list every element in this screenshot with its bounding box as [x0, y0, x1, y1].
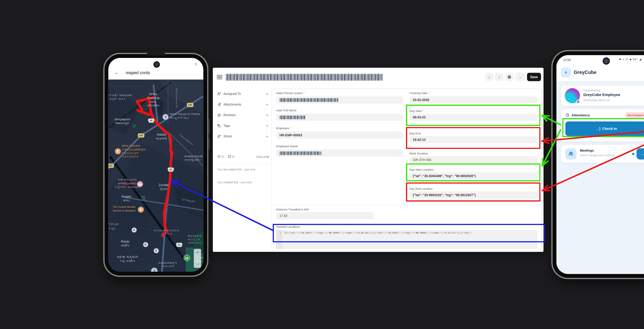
section-divider	[272, 205, 541, 205]
map-screen-title: maped cords	[126, 70, 150, 75]
created-text: You created this · just now	[217, 180, 269, 184]
app-header: GreyCube	[556, 65, 644, 81]
annotation-box-day-end-location	[406, 183, 540, 202]
sort-arrows-icon: ⇅	[194, 62, 197, 66]
next-record-button[interactable]: ›	[495, 73, 504, 81]
meetings-arrow-button[interactable]: →	[636, 148, 644, 159]
annotation-box-day-start-location	[406, 163, 540, 181]
menu-icon[interactable]	[217, 75, 222, 79]
sales-person-label: Sales Person (User) *	[276, 91, 304, 95]
meetings-subtitle: View & manage your meetings	[580, 154, 614, 157]
poi-icon[interactable]	[154, 249, 158, 253]
divider	[195, 258, 200, 259]
tracking-date-input[interactable]: 25-03-2026	[410, 96, 538, 104]
volume-button[interactable]	[208, 118, 210, 134]
sidebar-item[interactable]: Reviews +	[217, 110, 269, 120]
poi-icon[interactable]	[132, 228, 136, 232]
attendance-title: Attendance	[572, 113, 590, 117]
like-icon[interactable]	[217, 155, 221, 158]
distance-input[interactable]: 17.62	[276, 212, 374, 220]
poi-icon[interactable]	[152, 268, 157, 272]
annotation-box-check-in	[562, 118, 644, 137]
poi-icon[interactable]	[138, 182, 142, 187]
like-count: 0	[222, 155, 224, 158]
sidebar-item-icon	[217, 124, 221, 127]
attendance-status-badge: Not Checked In	[625, 112, 644, 118]
user-name: GreyCube Employee	[583, 93, 620, 97]
app-logo	[561, 67, 571, 77]
sidebar-item[interactable]: Assigned To +	[217, 88, 269, 99]
status-icons: ✱ ◑ ☏ ◆ 5G⁺ ◢	[619, 58, 642, 61]
poi-icon[interactable]	[138, 207, 143, 212]
meetings-card[interactable]: Meetings View & manage your meetings →	[561, 145, 644, 163]
sidebar-item-label: Reviews	[224, 113, 236, 117]
greeting-text: Good Morning	[583, 89, 600, 92]
map-app-bar: ⇅ ← maped cords	[108, 58, 203, 79]
annotation-box-day-start	[406, 105, 540, 126]
comment-count: 0	[232, 155, 234, 158]
sidebar-item[interactable]: Share +	[217, 131, 269, 142]
sidebar-item-icon	[217, 103, 221, 106]
meetings-title: Meetings	[580, 149, 594, 152]
follow-button[interactable]: FOLLOW	[256, 155, 269, 158]
clock-icon	[566, 113, 570, 117]
date-text: Wednesday, March 25	[583, 98, 610, 102]
meetings-icon	[566, 148, 577, 159]
work-duration-label: Work Duration	[410, 152, 428, 155]
lightning-icon	[563, 70, 568, 75]
power-button[interactable]	[208, 138, 210, 149]
user-full-name-input[interactable]	[276, 114, 403, 121]
sidebar-item-label: Tags	[224, 124, 230, 127]
work-duration-input[interactable]: 10h 37m 50s	[410, 156, 538, 163]
print-button[interactable]	[505, 73, 514, 81]
prev-record-button[interactable]: ‹	[485, 73, 494, 81]
social-row: 0 · 0 FOLLOW	[217, 155, 269, 158]
sidebar-item[interactable]: Attachments +	[217, 99, 269, 110]
clock-text: 10:00	[563, 58, 571, 61]
profile-card: Good Morning GreyCube Employee Wednesday…	[561, 86, 644, 106]
sidebar-item-icon	[217, 113, 221, 117]
dot-separator: ·	[225, 155, 226, 158]
map-phone-screen: ⇅ ← maped cords	[108, 58, 203, 272]
app-body: Good Morning GreyCube Employee Wednesday…	[556, 81, 644, 274]
add-icon[interactable]: +	[266, 113, 268, 117]
camera-punch-hole	[603, 57, 610, 65]
sidebar-item-label: Assigned To	[224, 92, 241, 95]
form-sidebar: Assigned To + Attachments + Reviews +	[217, 88, 269, 142]
employee-input[interactable]: HR-EMP-00063	[276, 132, 403, 139]
save-button[interactable]: Save	[527, 73, 541, 81]
map-zoom-control: + −	[194, 249, 201, 268]
add-icon[interactable]: +	[266, 124, 268, 128]
employee-name-input[interactable]	[276, 149, 403, 157]
distance-label: Distance Travelled in KM	[276, 208, 309, 211]
annotation-box-tracked-locations	[273, 224, 545, 242]
checkin-phone-screen: 10:00 ✱ ◑ ☏ ◆ 5G⁺ ◢ 68% GreyCube Good Mo…	[556, 55, 644, 274]
poi-icon[interactable]	[184, 255, 190, 261]
zoom-out-button[interactable]: −	[196, 262, 199, 267]
sidebar-item[interactable]: Tags +	[217, 120, 269, 131]
zoom-in-button[interactable]: +	[196, 250, 199, 255]
user-full-name-label: User Full Name	[276, 109, 297, 112]
sidebar-item-icon	[217, 134, 221, 138]
employee-label: Employee *	[276, 126, 291, 130]
employee-name-label: Employee Name	[276, 144, 298, 148]
add-icon[interactable]: +	[266, 92, 268, 96]
add-icon[interactable]: +	[266, 134, 268, 138]
divider	[217, 164, 269, 164]
poi-icon[interactable]	[116, 149, 120, 154]
poi-icon[interactable]	[144, 243, 148, 247]
google-map[interactable]: STURI NAGARકસ્તુરી નાગરAmbaTownshipઅંબાટ…	[108, 79, 203, 272]
presence-dot	[576, 100, 580, 104]
poi-icon[interactable]	[163, 114, 168, 119]
sidebar-item-icon	[217, 92, 221, 95]
sales-person-input[interactable]	[276, 96, 403, 104]
map-phone: ⇅ ← maped cords	[104, 53, 208, 277]
more-menu-button[interactable]: ···	[515, 73, 525, 81]
annotation-box-day-end	[406, 127, 540, 149]
back-icon[interactable]: ←	[114, 70, 119, 75]
sidebar-item-label: Share	[224, 135, 232, 138]
map-pois	[108, 79, 203, 272]
comment-icon[interactable]	[228, 155, 231, 158]
add-icon[interactable]: +	[266, 102, 268, 107]
last-edited-text: You last edited this · just now	[217, 167, 269, 171]
